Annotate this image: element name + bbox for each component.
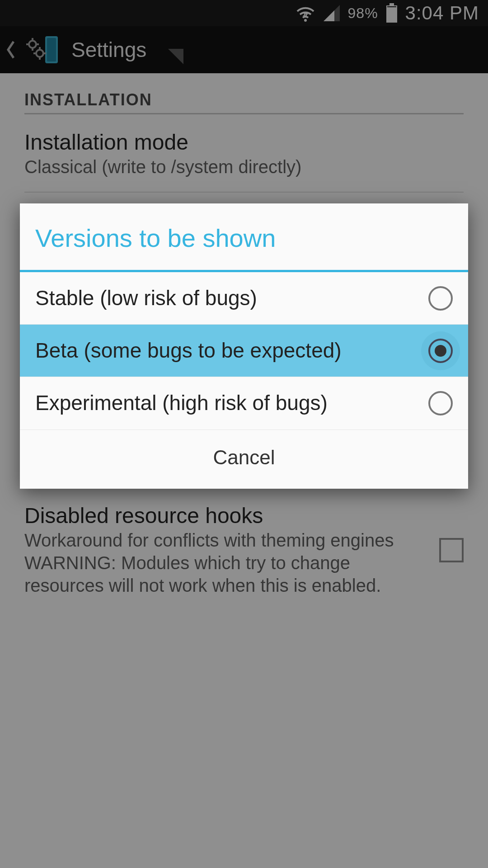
option-beta[interactable]: Beta (some bugs to be expected): [20, 325, 468, 377]
option-experimental[interactable]: Experimental (high risk of bugs): [20, 377, 468, 429]
dialog-versions: Versions to be shown Stable (low risk of…: [20, 203, 468, 489]
option-stable[interactable]: Stable (low risk of bugs): [20, 272, 468, 325]
dialog-title: Versions to be shown: [20, 203, 468, 270]
radio-icon: [428, 286, 453, 311]
cancel-button[interactable]: Cancel: [20, 430, 468, 489]
option-label: Stable (low risk of bugs): [35, 286, 428, 311]
option-label: Experimental (high risk of bugs): [35, 391, 428, 415]
radio-icon: [428, 391, 453, 415]
radio-icon: [428, 339, 453, 363]
option-label: Beta (some bugs to be expected): [35, 338, 428, 363]
